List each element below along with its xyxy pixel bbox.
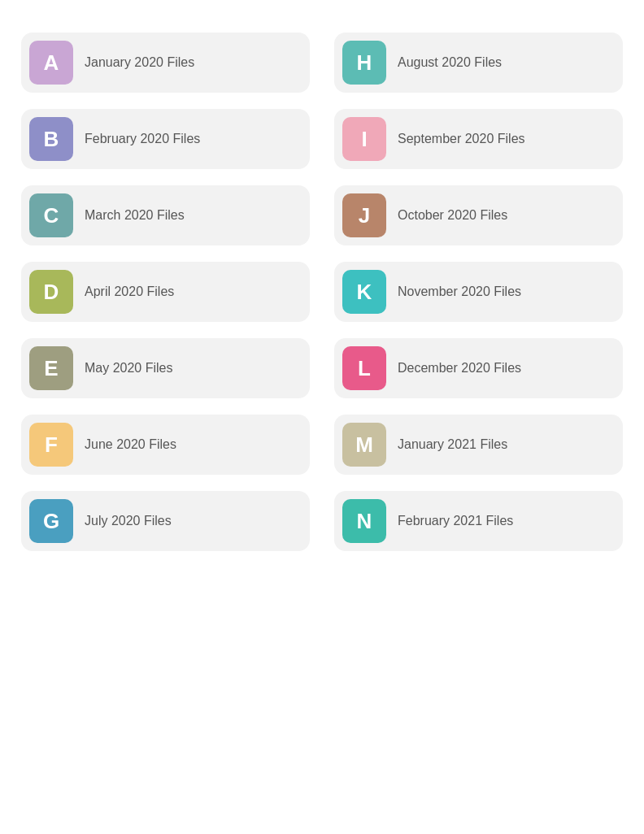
file-item-a[interactable]: AJanuary 2020 Files	[21, 33, 310, 93]
file-item-f[interactable]: FJune 2020 Files	[21, 415, 310, 475]
file-item-i[interactable]: ISeptember 2020 Files	[334, 109, 623, 169]
file-item-m[interactable]: MJanuary 2021 Files	[334, 415, 623, 475]
file-item-j[interactable]: JOctober 2020 Files	[334, 185, 623, 245]
letter-badge-m: M	[342, 423, 386, 467]
file-item-g[interactable]: GJuly 2020 Files	[21, 491, 310, 551]
file-item-d[interactable]: DApril 2020 Files	[21, 262, 310, 322]
file-label-i: September 2020 Files	[398, 132, 525, 146]
file-label-n: February 2021 Files	[398, 514, 513, 528]
letter-badge-e: E	[29, 346, 73, 390]
file-item-l[interactable]: LDecember 2020 Files	[334, 338, 623, 398]
letter-badge-c: C	[29, 193, 73, 237]
file-item-c[interactable]: CMarch 2020 Files	[21, 185, 310, 245]
file-item-b[interactable]: BFebruary 2020 Files	[21, 109, 310, 169]
file-label-g: July 2020 Files	[85, 514, 172, 528]
file-label-b: February 2020 Files	[85, 132, 200, 146]
letter-badge-k: K	[342, 270, 386, 314]
file-item-k[interactable]: KNovember 2020 Files	[334, 262, 623, 322]
file-label-d: April 2020 Files	[85, 285, 174, 299]
letter-badge-l: L	[342, 346, 386, 390]
letter-badge-b: B	[29, 117, 73, 161]
letter-badge-f: F	[29, 423, 73, 467]
letter-badge-i: I	[342, 117, 386, 161]
file-label-e: May 2020 Files	[85, 361, 173, 376]
letter-badge-n: N	[342, 499, 386, 543]
file-label-m: January 2021 Files	[398, 437, 507, 452]
file-item-e[interactable]: EMay 2020 Files	[21, 338, 310, 398]
letter-badge-a: A	[29, 41, 73, 85]
file-label-l: December 2020 Files	[398, 361, 521, 376]
file-item-n[interactable]: NFebruary 2021 Files	[334, 491, 623, 551]
file-label-f: June 2020 Files	[85, 437, 176, 452]
letter-badge-h: H	[342, 41, 386, 85]
file-label-c: March 2020 Files	[85, 208, 185, 223]
file-label-k: November 2020 Files	[398, 285, 521, 299]
letter-badge-d: D	[29, 270, 73, 314]
files-grid: AJanuary 2020 FilesHAugust 2020 FilesBFe…	[21, 33, 623, 551]
letter-badge-j: J	[342, 193, 386, 237]
file-label-j: October 2020 Files	[398, 208, 507, 223]
file-item-h[interactable]: HAugust 2020 Files	[334, 33, 623, 93]
letter-badge-g: G	[29, 499, 73, 543]
file-label-a: January 2020 Files	[85, 55, 194, 70]
file-label-h: August 2020 Files	[398, 55, 502, 70]
